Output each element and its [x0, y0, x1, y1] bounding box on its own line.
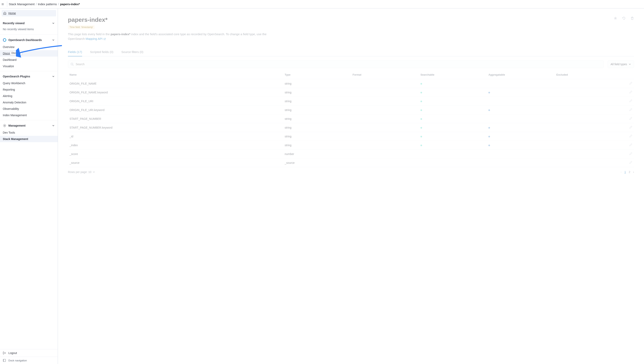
sidebar-item-discover[interactable]: Discover Discover	[0, 50, 58, 57]
chevron-down-icon	[628, 63, 631, 65]
dock-navigation-button[interactable]: Dock navigation	[0, 356, 58, 364]
dot-searchable-icon	[420, 136, 422, 137]
page-actions	[614, 17, 634, 20]
pencil-icon[interactable]	[629, 143, 632, 146]
search-input-wrap[interactable]	[68, 60, 604, 68]
logout-button[interactable]: Logout	[0, 349, 58, 356]
pencil-icon[interactable]	[629, 152, 632, 155]
cell-searchable	[419, 123, 487, 132]
cell-name: _source	[68, 158, 283, 167]
dot-aggregatable-icon	[488, 92, 490, 93]
sidebar-item-stack-management[interactable]: Stack Management	[0, 136, 58, 142]
table-row: ORIGIN_FILE_NAMEstring	[68, 79, 634, 88]
trash-icon[interactable]	[630, 17, 634, 20]
col-format[interactable]: Format	[351, 70, 419, 79]
col-excluded[interactable]: Excluded	[555, 70, 611, 79]
refresh-icon[interactable]	[622, 17, 626, 20]
sidebar-item-dashboard[interactable]: Dashboard	[0, 57, 58, 63]
sidebar-item-query-workbench[interactable]: Query Workbench	[0, 80, 58, 86]
cell-type: string	[283, 123, 351, 132]
cell-excluded	[555, 114, 611, 123]
cell-type: string	[283, 141, 351, 150]
top-bar: Stack Management / Index patterns / pape…	[0, 0, 644, 9]
cell-searchable	[419, 141, 487, 150]
sidebar-item-visualize[interactable]: Visualize	[0, 63, 58, 69]
external-link-icon	[104, 38, 106, 40]
page-1[interactable]: 1	[624, 170, 626, 173]
table-row: START_PAGE_NUMBER.keywordstring	[68, 123, 634, 132]
tooltip-discover: Discover	[10, 51, 22, 55]
section-header-recently-viewed[interactable]: Recently viewed	[0, 20, 58, 27]
nav-toggle-button[interactable]	[2, 2, 7, 7]
star-icon[interactable]	[614, 17, 617, 20]
cell-name: ORIGIN_FILE_URI.keyword	[68, 106, 283, 114]
section-header-plugins[interactable]: OpenSearch Plugins	[0, 73, 58, 80]
search-input[interactable]	[76, 63, 601, 66]
hamburger-icon	[2, 3, 4, 6]
table-row: _source_source	[68, 158, 634, 167]
gear-icon	[3, 124, 6, 127]
sidebar-item-index-management[interactable]: Index Management	[0, 112, 58, 118]
dot-searchable-icon	[420, 83, 422, 85]
cell-name: ORIGIN_FILE_NAME.keyword	[68, 88, 283, 97]
tab-source-filters[interactable]: Source filters (0)	[122, 48, 144, 56]
sidebar-item-reporting[interactable]: Reporting	[0, 86, 58, 93]
section-header-management[interactable]: Management	[0, 122, 58, 129]
pencil-icon[interactable]	[629, 117, 632, 120]
cell-format	[351, 106, 419, 114]
page-next[interactable]: ›	[633, 170, 634, 173]
cell-name: ORIGIN_FILE_NAME	[68, 79, 283, 88]
sidebar-item-observability[interactable]: Observability	[0, 106, 58, 112]
sidebar-item-anomaly-detection[interactable]: Anomaly Detection	[0, 99, 58, 106]
cell-searchable	[419, 79, 487, 88]
col-searchable[interactable]: Searchable	[419, 70, 487, 79]
cell-excluded	[555, 141, 611, 150]
table-row: ORIGIN_FILE_URI.keywordstring	[68, 106, 634, 114]
cell-format	[351, 114, 419, 123]
pencil-icon[interactable]	[629, 134, 632, 138]
chevron-down-icon	[52, 22, 55, 25]
pencil-icon[interactable]	[629, 99, 632, 102]
pencil-icon[interactable]	[629, 108, 632, 111]
tab-fields[interactable]: Fields (17)	[68, 48, 82, 56]
toolbar: All field types	[68, 60, 634, 68]
section-recently-viewed: Recently viewed No recently viewed items	[0, 18, 58, 35]
sidebar-item-label: Reporting	[3, 88, 15, 91]
sidebar-item-label: Anomaly Detection	[3, 101, 26, 104]
col-name[interactable]: Name	[68, 70, 283, 79]
breadcrumb-stack[interactable]: Stack Management	[9, 3, 34, 6]
pencil-icon[interactable]	[629, 90, 632, 94]
pencil-icon[interactable]	[629, 126, 632, 129]
dock-label: Dock navigation	[8, 359, 27, 362]
cell-edit	[612, 88, 634, 97]
col-aggregatable[interactable]: Aggregatable	[487, 70, 555, 79]
chevron-down-icon	[52, 38, 55, 42]
section-title: Management	[8, 124, 26, 127]
tab-scripted-fields[interactable]: Scripted fields (0)	[90, 48, 114, 56]
cell-searchable	[419, 150, 487, 158]
field-type-filter-button[interactable]: All field types	[608, 60, 634, 68]
main-content: papers-index* Time field: 'timestamp' Th…	[58, 9, 644, 364]
mapping-api-link[interactable]: Mapping API	[86, 37, 106, 40]
pencil-icon[interactable]	[629, 82, 632, 85]
sidebar-item-alerting[interactable]: Alerting	[0, 93, 58, 99]
dot-aggregatable-icon	[488, 145, 490, 146]
home-button[interactable]: Home	[2, 10, 56, 17]
cell-edit	[612, 106, 634, 114]
col-type[interactable]: Type	[283, 70, 351, 79]
rows-per-page-button[interactable]: Rows per page: 10	[68, 170, 95, 173]
chevron-down-icon	[52, 75, 55, 78]
breadcrumb-index-patterns[interactable]: Index patterns	[38, 3, 57, 6]
cell-edit	[612, 123, 634, 132]
cell-format	[351, 141, 419, 150]
sidebar-item-overview[interactable]: Overview	[0, 44, 58, 50]
cell-aggregatable	[487, 123, 555, 132]
search-icon	[70, 63, 74, 66]
page-prev: ‹	[621, 170, 622, 173]
sidebar-item-dev-tools[interactable]: Dev Tools	[0, 129, 58, 136]
page-2[interactable]: 2	[629, 170, 630, 173]
cell-aggregatable	[487, 79, 555, 88]
breadcrumb-current: papers-index*	[60, 3, 80, 6]
section-header-dashboards[interactable]: OpenSearch Dashboards	[0, 36, 58, 44]
pencil-icon[interactable]	[629, 161, 632, 164]
